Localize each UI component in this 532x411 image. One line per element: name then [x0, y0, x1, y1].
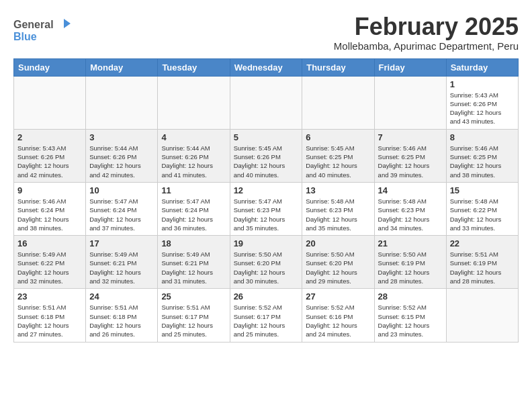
- day-number: 26: [234, 291, 299, 302]
- day-info: Sunrise: 5:49 AM Sunset: 6:21 PM Dayligh…: [161, 250, 226, 285]
- weekday-header-saturday: Saturday: [446, 58, 518, 76]
- day-number: 17: [89, 238, 154, 248]
- week-row-3: 16Sunrise: 5:49 AM Sunset: 6:22 PM Dayli…: [14, 236, 519, 289]
- calendar-cell: 4Sunrise: 5:44 AM Sunset: 6:26 PM Daylig…: [158, 129, 230, 182]
- title-area: February 2025 Mollebamba, Apurimac Depar…: [334, 13, 519, 52]
- location-title: Mollebamba, Apurimac Department, Peru: [334, 40, 519, 52]
- logo-svg: General Blue: [13, 13, 81, 47]
- calendar-cell: 9Sunrise: 5:46 AM Sunset: 6:24 PM Daylig…: [14, 182, 86, 235]
- calendar-cell: 7Sunrise: 5:46 AM Sunset: 6:25 PM Daylig…: [374, 129, 446, 182]
- weekday-header-thursday: Thursday: [302, 58, 374, 76]
- day-number: 15: [450, 185, 515, 195]
- calendar-cell: 18Sunrise: 5:49 AM Sunset: 6:21 PM Dayli…: [158, 236, 230, 289]
- calendar-cell: 21Sunrise: 5:50 AM Sunset: 6:19 PM Dayli…: [374, 236, 446, 289]
- day-number: 16: [17, 238, 82, 248]
- day-info: Sunrise: 5:47 AM Sunset: 6:24 PM Dayligh…: [89, 197, 154, 232]
- calendar-cell: 20Sunrise: 5:50 AM Sunset: 6:20 PM Dayli…: [302, 236, 374, 289]
- header: General Blue February 2025 Mollebamba, A…: [13, 13, 519, 52]
- day-info: Sunrise: 5:49 AM Sunset: 6:22 PM Dayligh…: [17, 250, 82, 285]
- day-number: 10: [89, 185, 154, 195]
- day-info: Sunrise: 5:44 AM Sunset: 6:26 PM Dayligh…: [161, 144, 226, 179]
- day-info: Sunrise: 5:45 AM Sunset: 6:25 PM Dayligh…: [306, 144, 370, 179]
- day-number: 4: [161, 132, 226, 142]
- calendar-cell: 22Sunrise: 5:51 AM Sunset: 6:19 PM Dayli…: [446, 236, 518, 289]
- day-info: Sunrise: 5:52 AM Sunset: 6:15 PM Dayligh…: [378, 303, 443, 338]
- day-number: 18: [161, 238, 226, 248]
- calendar-cell: [374, 76, 446, 129]
- day-number: 24: [89, 291, 154, 302]
- calendar-cell: 27Sunrise: 5:52 AM Sunset: 6:16 PM Dayli…: [302, 289, 374, 342]
- day-number: 5: [234, 132, 299, 142]
- day-number: 6: [306, 132, 370, 142]
- logo: General Blue: [13, 13, 81, 47]
- weekday-header-row: SundayMondayTuesdayWednesdayThursdayFrid…: [14, 58, 519, 76]
- weekday-header-wednesday: Wednesday: [230, 58, 302, 76]
- calendar-cell: [230, 76, 302, 129]
- calendar-cell: 11Sunrise: 5:47 AM Sunset: 6:24 PM Dayli…: [158, 182, 230, 235]
- day-info: Sunrise: 5:44 AM Sunset: 6:26 PM Dayligh…: [89, 144, 154, 179]
- calendar-cell: 2Sunrise: 5:43 AM Sunset: 6:26 PM Daylig…: [14, 129, 86, 182]
- day-info: Sunrise: 5:50 AM Sunset: 6:20 PM Dayligh…: [306, 250, 370, 285]
- calendar-cell: [446, 289, 518, 342]
- day-info: Sunrise: 5:48 AM Sunset: 6:23 PM Dayligh…: [378, 197, 443, 232]
- week-row-0: 1Sunrise: 5:43 AM Sunset: 6:26 PM Daylig…: [14, 76, 519, 129]
- calendar-cell: 28Sunrise: 5:52 AM Sunset: 6:15 PM Dayli…: [374, 289, 446, 342]
- day-info: Sunrise: 5:51 AM Sunset: 6:17 PM Dayligh…: [161, 303, 226, 338]
- day-number: 28: [378, 291, 443, 302]
- calendar-cell: 13Sunrise: 5:48 AM Sunset: 6:23 PM Dayli…: [302, 182, 374, 235]
- day-info: Sunrise: 5:51 AM Sunset: 6:18 PM Dayligh…: [17, 303, 82, 338]
- calendar-cell: [302, 76, 374, 129]
- day-info: Sunrise: 5:46 AM Sunset: 6:25 PM Dayligh…: [378, 144, 443, 179]
- day-number: 3: [89, 132, 154, 142]
- calendar-cell: 25Sunrise: 5:51 AM Sunset: 6:17 PM Dayli…: [158, 289, 230, 342]
- svg-text:Blue: Blue: [13, 31, 37, 42]
- day-info: Sunrise: 5:43 AM Sunset: 6:26 PM Dayligh…: [17, 144, 82, 179]
- day-info: Sunrise: 5:43 AM Sunset: 6:26 PM Dayligh…: [450, 91, 515, 126]
- calendar-cell: [86, 76, 158, 129]
- calendar-cell: 24Sunrise: 5:51 AM Sunset: 6:18 PM Dayli…: [86, 289, 158, 342]
- calendar-cell: 14Sunrise: 5:48 AM Sunset: 6:23 PM Dayli…: [374, 182, 446, 235]
- calendar-cell: 26Sunrise: 5:52 AM Sunset: 6:17 PM Dayli…: [230, 289, 302, 342]
- day-number: 13: [306, 185, 370, 195]
- day-info: Sunrise: 5:49 AM Sunset: 6:21 PM Dayligh…: [89, 250, 154, 285]
- month-title: February 2025: [334, 13, 519, 40]
- calendar-table: SundayMondayTuesdayWednesdayThursdayFrid…: [13, 58, 519, 342]
- day-info: Sunrise: 5:51 AM Sunset: 6:19 PM Dayligh…: [450, 250, 515, 285]
- day-info: Sunrise: 5:50 AM Sunset: 6:20 PM Dayligh…: [234, 250, 299, 285]
- day-number: 20: [306, 238, 370, 248]
- calendar-cell: 5Sunrise: 5:45 AM Sunset: 6:26 PM Daylig…: [230, 129, 302, 182]
- weekday-header-friday: Friday: [374, 58, 446, 76]
- day-info: Sunrise: 5:52 AM Sunset: 6:16 PM Dayligh…: [306, 303, 370, 338]
- calendar-cell: 1Sunrise: 5:43 AM Sunset: 6:26 PM Daylig…: [446, 76, 518, 129]
- calendar-cell: 6Sunrise: 5:45 AM Sunset: 6:25 PM Daylig…: [302, 129, 374, 182]
- calendar-cell: 15Sunrise: 5:48 AM Sunset: 6:22 PM Dayli…: [446, 182, 518, 235]
- weekday-header-monday: Monday: [86, 58, 158, 76]
- calendar-cell: [14, 76, 86, 129]
- day-number: 11: [161, 185, 226, 195]
- week-row-1: 2Sunrise: 5:43 AM Sunset: 6:26 PM Daylig…: [14, 129, 519, 182]
- weekday-header-sunday: Sunday: [14, 58, 86, 76]
- day-number: 14: [378, 185, 443, 195]
- calendar-cell: 10Sunrise: 5:47 AM Sunset: 6:24 PM Dayli…: [86, 182, 158, 235]
- day-info: Sunrise: 5:47 AM Sunset: 6:24 PM Dayligh…: [161, 197, 226, 232]
- day-info: Sunrise: 5:51 AM Sunset: 6:18 PM Dayligh…: [89, 303, 154, 338]
- day-number: 9: [17, 185, 82, 195]
- day-number: 23: [17, 291, 82, 302]
- day-number: 21: [378, 238, 443, 248]
- calendar-cell: 3Sunrise: 5:44 AM Sunset: 6:26 PM Daylig…: [86, 129, 158, 182]
- week-row-4: 23Sunrise: 5:51 AM Sunset: 6:18 PM Dayli…: [14, 289, 519, 342]
- calendar-cell: 8Sunrise: 5:46 AM Sunset: 6:25 PM Daylig…: [446, 129, 518, 182]
- day-info: Sunrise: 5:46 AM Sunset: 6:24 PM Dayligh…: [17, 197, 82, 232]
- svg-marker-1: [54, 19, 71, 28]
- week-row-2: 9Sunrise: 5:46 AM Sunset: 6:24 PM Daylig…: [14, 182, 519, 235]
- calendar-cell: 16Sunrise: 5:49 AM Sunset: 6:22 PM Dayli…: [14, 236, 86, 289]
- svg-text:General: General: [13, 19, 54, 30]
- day-number: 7: [378, 132, 443, 142]
- calendar-cell: 19Sunrise: 5:50 AM Sunset: 6:20 PM Dayli…: [230, 236, 302, 289]
- day-info: Sunrise: 5:47 AM Sunset: 6:23 PM Dayligh…: [234, 197, 299, 232]
- weekday-header-tuesday: Tuesday: [158, 58, 230, 76]
- day-number: 22: [450, 238, 515, 248]
- calendar-cell: 17Sunrise: 5:49 AM Sunset: 6:21 PM Dayli…: [86, 236, 158, 289]
- day-number: 1: [450, 79, 515, 89]
- day-number: 12: [234, 185, 299, 195]
